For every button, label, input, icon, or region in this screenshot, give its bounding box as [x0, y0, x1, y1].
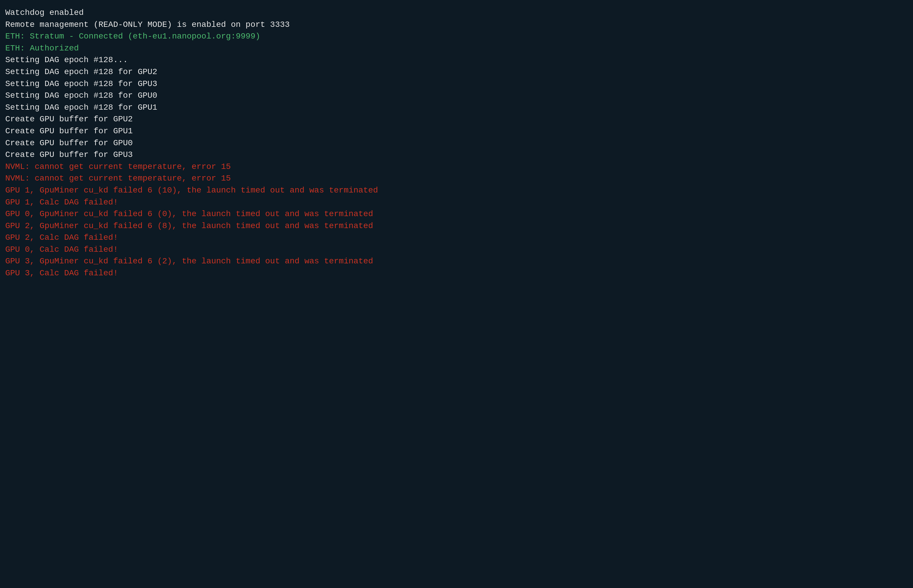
- terminal-line-20: GPU 2, GpuMiner cu_kd failed 6 (8), the …: [5, 220, 908, 232]
- terminal-line-5: ETH: Authorized: [5, 43, 908, 55]
- terminal-line-1: Watchdog enabled: [5, 7, 908, 19]
- terminal-line-8: Setting DAG epoch #128 for GPU3: [5, 78, 908, 90]
- terminal-line-23: GPU 3, GpuMiner cu_kd failed 6 (2), the …: [5, 255, 908, 267]
- terminal-line-9: Setting DAG epoch #128 for GPU0: [5, 90, 908, 102]
- terminal-window: Watchdog enabledRemote management (READ-…: [5, 7, 908, 279]
- terminal-line-19: GPU 0, GpuMiner cu_kd failed 6 (0), the …: [5, 208, 908, 220]
- terminal-line-13: Create GPU buffer for GPU0: [5, 137, 908, 149]
- terminal-line-6: Setting DAG epoch #128...: [5, 54, 908, 66]
- terminal-line-2: Remote management (READ-ONLY MODE) is en…: [5, 19, 908, 31]
- terminal-line-14: Create GPU buffer for GPU3: [5, 149, 908, 161]
- terminal-line-15: NVML: cannot get current temperature, er…: [5, 161, 908, 173]
- terminal-line-7: Setting DAG epoch #128 for GPU2: [5, 66, 908, 78]
- terminal-line-16: NVML: cannot get current temperature, er…: [5, 173, 908, 185]
- terminal-line-11: Create GPU buffer for GPU2: [5, 113, 908, 125]
- terminal-line-17: GPU 1, GpuMiner cu_kd failed 6 (10), the…: [5, 185, 908, 197]
- terminal-line-18: GPU 1, Calc DAG failed!: [5, 197, 908, 208]
- terminal-line-22: GPU 0, Calc DAG failed!: [5, 244, 908, 256]
- terminal-line-12: Create GPU buffer for GPU1: [5, 125, 908, 137]
- terminal-line-10: Setting DAG epoch #128 for GPU1: [5, 102, 908, 114]
- terminal-line-21: GPU 2, Calc DAG failed!: [5, 232, 908, 244]
- terminal-line-4: ETH: Stratum - Connected (eth-eu1.nanopo…: [5, 31, 908, 43]
- terminal-line-24: GPU 3, Calc DAG failed!: [5, 267, 908, 279]
